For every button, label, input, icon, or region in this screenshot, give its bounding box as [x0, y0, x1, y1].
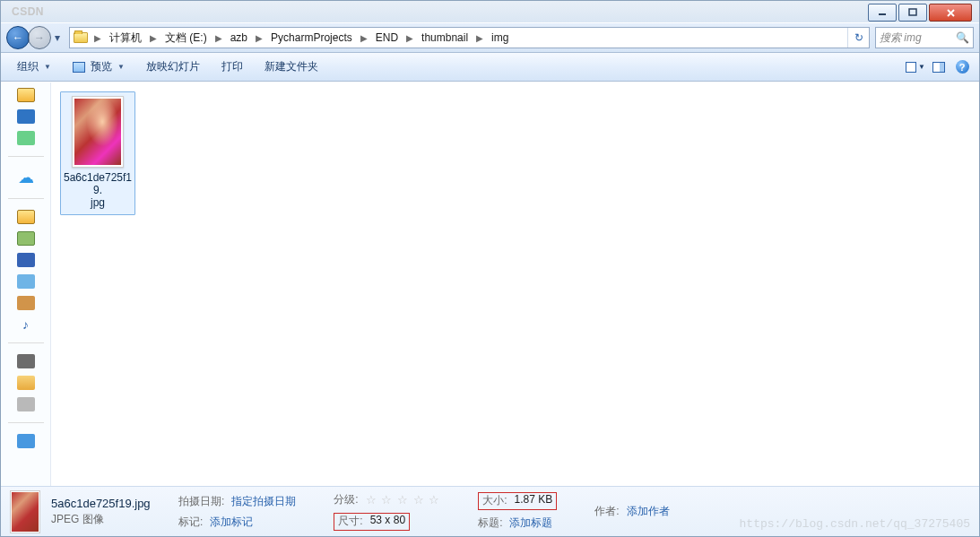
refresh-button[interactable]: ↻: [847, 28, 869, 48]
breadcrumb-item[interactable]: azb: [225, 28, 253, 48]
slideshow-button[interactable]: 放映幻灯片: [137, 56, 209, 78]
caption-label: 标题:: [478, 515, 506, 531]
maximize-button[interactable]: [898, 4, 927, 22]
print-label: 打印: [221, 59, 243, 74]
details-pane: 5a6c1de725f19.jpg JPEG 图像 拍摄日期: 指定拍摄日期 标…: [1, 486, 979, 536]
preview-label: 预览: [91, 59, 112, 74]
rating-stars[interactable]: ☆ ☆ ☆ ☆ ☆: [366, 493, 440, 507]
file-thumbnail: [72, 96, 124, 168]
size-value: 1.87 KB: [514, 493, 552, 508]
chevron-right-icon[interactable]: ▶: [147, 33, 160, 43]
documents-icon[interactable]: [17, 274, 35, 289]
minimize-icon: [878, 8, 887, 17]
cloud-icon[interactable]: ☁: [18, 168, 34, 187]
view-options-button[interactable]: ▼: [906, 57, 925, 77]
chevron-right-icon[interactable]: ▶: [91, 33, 104, 43]
help-button[interactable]: ?: [952, 57, 972, 77]
divider: [8, 198, 44, 199]
back-button[interactable]: ←: [6, 26, 30, 49]
search-placeholder: 搜索 img: [880, 30, 922, 46]
close-button[interactable]: [929, 4, 972, 22]
dimensions-highlight: 尺寸: 53 x 80: [334, 513, 410, 531]
details-filename: 5a6c1de725f19.jpg: [51, 497, 168, 510]
picture-icon: [73, 62, 85, 73]
organize-button[interactable]: 组织 ▼: [8, 56, 60, 78]
file-name-line1: 5a6c1de725f19.: [64, 171, 132, 196]
computer-icon[interactable]: [17, 354, 35, 368]
help-icon: ?: [956, 60, 969, 74]
chevron-right-icon[interactable]: ▶: [473, 33, 486, 43]
nav-bar: ← → ▾ ▶ 计算机 ▶ 文档 (E:) ▶ azb ▶ PycharmPro…: [1, 22, 979, 53]
sidebar[interactable]: ☁ ♪: [1, 82, 51, 486]
libraries-icon[interactable]: [17, 210, 35, 224]
forward-button[interactable]: →: [28, 26, 51, 49]
breadcrumb-item[interactable]: PycharmProjects: [265, 28, 358, 48]
star-icon: ☆ ☆ ☆ ☆ ☆: [366, 493, 440, 507]
chevron-right-icon[interactable]: ▶: [212, 33, 225, 43]
preview-button[interactable]: 预览 ▼: [64, 56, 134, 78]
author-value[interactable]: 添加作者: [627, 504, 670, 519]
caption-value[interactable]: 添加标题: [509, 515, 552, 531]
divider: [8, 342, 44, 343]
breadcrumb-item[interactable]: 计算机: [104, 28, 147, 48]
folder-icon: [72, 29, 90, 47]
search-input[interactable]: 搜索 img 🔍: [875, 27, 974, 48]
breadcrumb-item[interactable]: END: [370, 28, 403, 48]
divider: [8, 156, 44, 157]
search-icon[interactable]: 🔍: [956, 31, 969, 44]
details-filetype: JPEG 图像: [51, 512, 168, 527]
body: ☁ ♪ 5a6c1de725f19. jpg: [1, 82, 979, 486]
shot-date-label: 拍摄日期:: [178, 494, 228, 509]
breadcrumb-item[interactable]: 文档 (E:): [160, 28, 212, 48]
title-bar: CSDN: [1, 1, 979, 22]
dimensions-value: 53 x 80: [370, 514, 405, 529]
view-icon: [906, 62, 916, 73]
explorer-window: CSDN ← → ▾ ▶ 计算: [0, 0, 980, 537]
divider: [8, 422, 44, 423]
nav-buttons: ← → ▾: [6, 26, 64, 49]
tags-label: 标记:: [178, 515, 206, 530]
maximize-icon: [908, 8, 917, 17]
network-icon[interactable]: [17, 434, 35, 448]
svg-rect-1: [909, 9, 916, 15]
music-icon[interactable]: [17, 296, 35, 310]
file-pane[interactable]: 5a6c1de725f19. jpg: [51, 82, 979, 486]
image-preview: [74, 99, 121, 165]
refresh-icon: ↻: [854, 31, 863, 44]
chevron-right-icon[interactable]: ▶: [253, 33, 265, 43]
address-bar[interactable]: ▶ 计算机 ▶ 文档 (E:) ▶ azb ▶ PycharmProjects …: [69, 27, 870, 48]
downloads-icon[interactable]: [17, 131, 35, 145]
chevron-right-icon[interactable]: ▶: [358, 33, 370, 43]
breadcrumb-item[interactable]: thumbnail: [416, 28, 473, 48]
chevron-right-icon[interactable]: ▶: [403, 33, 416, 43]
details-thumbnail: [10, 490, 40, 533]
file-name-label: 5a6c1de725f19. jpg: [63, 171, 133, 209]
history-dropdown[interactable]: ▾: [51, 26, 64, 49]
titlebar-left: CSDN: [1, 5, 868, 18]
new-folder-button[interactable]: 新建文件夹: [256, 56, 327, 78]
rating-label: 分级:: [334, 492, 361, 507]
favorites-icon[interactable]: [17, 88, 35, 102]
slideshow-label: 放映幻灯片: [146, 59, 200, 74]
file-item-selected[interactable]: 5a6c1de725f19. jpg: [60, 91, 135, 215]
tags-value[interactable]: 添加标记: [210, 515, 253, 530]
drive-icon[interactable]: [17, 376, 35, 390]
print-button[interactable]: 打印: [212, 56, 252, 78]
window-controls: [868, 2, 979, 22]
brand-watermark: CSDN: [12, 5, 44, 18]
chevron-down-icon: ▼: [44, 63, 51, 71]
shot-date-value[interactable]: 指定拍摄日期: [231, 494, 296, 509]
desktop-icon[interactable]: [17, 109, 35, 124]
music-note-icon[interactable]: ♪: [22, 317, 29, 332]
drive-icon[interactable]: [17, 397, 35, 411]
pictures-icon[interactable]: [17, 231, 35, 246]
chevron-down-icon: ▼: [117, 63, 125, 71]
minimize-button[interactable]: [868, 4, 897, 22]
size-highlight: 大小: 1.87 KB: [478, 492, 557, 510]
videos-icon[interactable]: [17, 253, 35, 267]
breadcrumb-item[interactable]: img: [486, 28, 514, 48]
pane-icon: [932, 62, 945, 73]
arrow-right-icon: →: [34, 31, 45, 44]
close-icon: [946, 8, 956, 18]
preview-pane-button[interactable]: [929, 57, 949, 77]
